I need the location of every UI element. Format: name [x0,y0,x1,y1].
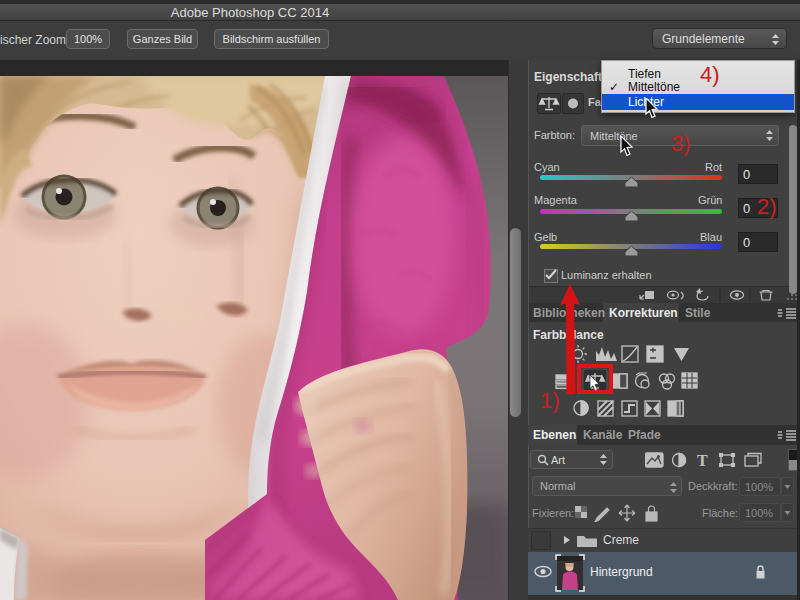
svg-text:T: T [697,452,708,468]
